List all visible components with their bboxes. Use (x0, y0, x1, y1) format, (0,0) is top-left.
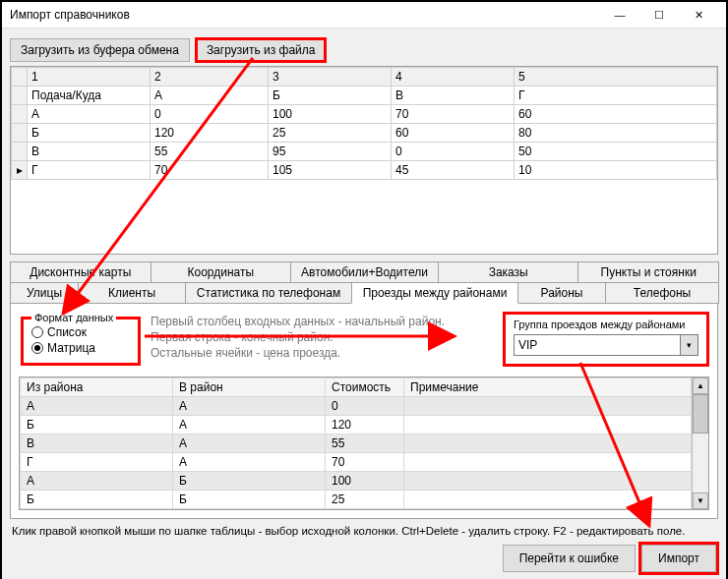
scroll-down-icon[interactable]: ▼ (693, 492, 708, 509)
radio-icon (31, 342, 43, 354)
tab-orders[interactable]: Заказы (438, 261, 579, 282)
combo-value: VIP (515, 338, 680, 352)
format-description: Первый столбец входных данных - начальны… (151, 312, 495, 362)
row-marker (12, 87, 28, 105)
route-group-label: Группа проездов между районами (514, 318, 698, 330)
result-grid[interactable]: Из района В район Стоимость Примечание А… (19, 376, 709, 510)
row-marker (12, 143, 28, 161)
col-header[interactable]: 4 (392, 68, 515, 87)
toolbar: Загрузить из буфера обмена Загрузить из … (10, 38, 718, 62)
tab-phones[interactable]: Телефоны (605, 282, 719, 304)
input-grid[interactable]: 1 2 3 4 5 Подача/Куда А Б В Г А (10, 66, 718, 255)
radio-label: Список (47, 325, 87, 339)
scrollbar[interactable]: ▲ ▼ (692, 377, 708, 509)
tab-coordinates[interactable]: Координаты (151, 261, 292, 282)
col-header[interactable]: 2 (151, 68, 269, 87)
close-button[interactable]: ✕ (679, 2, 718, 28)
tabs: Дисконтные карты Координаты Автомобили+В… (10, 261, 718, 303)
col-header-cost[interactable]: Стоимость (326, 378, 404, 397)
tab-districts[interactable]: Районы (517, 282, 606, 304)
data-format-group: Формат данных Список Матрица (21, 312, 141, 366)
table-row[interactable]: В 55 95 0 50 (12, 143, 717, 161)
table-row[interactable]: АА0 (21, 397, 692, 416)
radio-list[interactable]: Список (31, 325, 130, 339)
load-clipboard-button[interactable]: Загрузить из буфера обмена (10, 38, 190, 62)
row-marker (12, 124, 28, 143)
row-marker-current: ▸ (12, 161, 28, 180)
radio-label: Матрица (47, 341, 95, 355)
window-title: Импорт справочников (10, 8, 600, 22)
hint-text: Клик правой кнопкой мыши по шапке таблиц… (10, 519, 718, 543)
goto-error-button[interactable]: Перейти к ошибке (503, 545, 636, 572)
table-row[interactable]: А 0 100 70 60 (12, 105, 717, 124)
tab-panel: Формат данных Список Матрица Первый стол… (10, 303, 718, 519)
radio-matrix[interactable]: Матрица (31, 341, 130, 355)
table-row[interactable]: Подача/Куда А Б В Г (12, 87, 717, 105)
tab-streets[interactable]: Улицы (10, 282, 79, 304)
content-area: Загрузить из буфера обмена Загрузить из … (2, 29, 726, 579)
col-header-note[interactable]: Примечание (404, 378, 692, 397)
col-header[interactable]: 5 (515, 68, 717, 87)
col-header[interactable]: 3 (269, 68, 392, 87)
tab-clients[interactable]: Клиенты (78, 282, 186, 304)
import-button[interactable]: Импорт (641, 545, 716, 572)
format-legend: Формат данных (31, 312, 116, 323)
chevron-down-icon[interactable]: ▾ (680, 335, 698, 355)
radio-icon (31, 326, 43, 338)
table-row[interactable]: ГА70 (21, 453, 692, 472)
col-header[interactable]: 1 (28, 68, 151, 87)
grid-header-row: 1 2 3 4 5 (12, 68, 717, 87)
col-header-to[interactable]: В район (173, 378, 326, 397)
table-row[interactable]: ББ25 (21, 491, 692, 509)
titlebar: Импорт справочников — ☐ ✕ (2, 2, 726, 29)
tab-phone-stats[interactable]: Статистика по телефонам (185, 282, 352, 304)
minimize-button[interactable]: — (600, 2, 639, 28)
scroll-thumb[interactable] (693, 394, 708, 434)
route-group-box: Группа проездов между районами VIP ▾ (503, 312, 709, 367)
grid-header-row[interactable]: Из района В район Стоимость Примечание (21, 378, 692, 397)
table-row[interactable]: Б 120 25 60 80 (12, 124, 717, 143)
row-marker (12, 105, 28, 124)
table-row[interactable]: АБ100 (21, 472, 692, 491)
window: Импорт справочников — ☐ ✕ Загрузить из б… (0, 0, 728, 579)
table-row[interactable]: ▸ Г 70 105 45 10 (12, 161, 717, 180)
scroll-up-icon[interactable]: ▲ (693, 377, 708, 394)
maximize-button[interactable]: ☐ (639, 2, 679, 28)
route-group-combo[interactable]: VIP ▾ (514, 334, 698, 356)
load-file-button[interactable]: Загрузить из файла (196, 38, 327, 62)
col-header-from[interactable]: Из района (21, 378, 173, 397)
tab-cars-drivers[interactable]: Автомобили+Водители (290, 261, 439, 282)
tab-points-parking[interactable]: Пункты и стоянки (577, 261, 719, 282)
tab-discount-cards[interactable]: Дисконтные карты (10, 261, 152, 282)
footer: Перейти к ошибке Импорт (10, 543, 718, 574)
table-row[interactable]: БА120 (21, 416, 692, 434)
table-row[interactable]: ВА55 (21, 434, 692, 453)
grid-corner (12, 68, 28, 87)
tab-routes-between-districts[interactable]: Проезды между районами (351, 282, 518, 304)
